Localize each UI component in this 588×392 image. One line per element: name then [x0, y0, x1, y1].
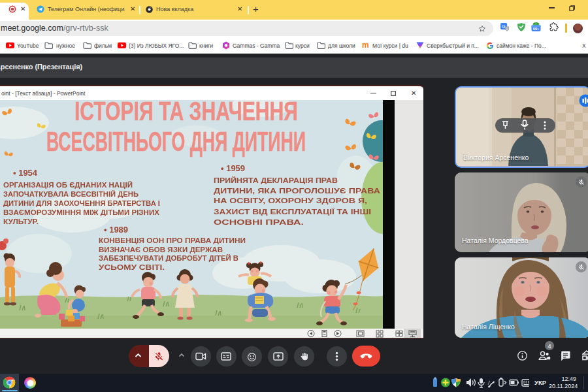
svg-text:• 1954: • 1954	[13, 168, 38, 178]
svg-text:КОНВЕНЦІЯ ООН ПРО ПРАВА ДИТИНИ: КОНВЕНЦІЯ ООН ПРО ПРАВА ДИТИНИ	[99, 237, 246, 244]
svg-text:ЗАПОЧАТКУВАЛА ВСЕСВІТНІЙ ДЕНЬ: ЗАПОЧАТКУВАЛА ВСЕСВІТНІЙ ДЕНЬ	[3, 190, 139, 198]
svg-text:ВСЕСВІТНЬОГО ДНЯ ДИТИНИ: ВСЕСВІТНЬОГО ДНЯ ДИТИНИ	[46, 126, 306, 157]
svg-text:НА ОСВІТУ, ОХОРОНУ ЗДОРОВ Я,: НА ОСВІТУ, ОХОРОНУ ЗДОРОВ Я,	[214, 197, 367, 204]
svg-text:• 1959: • 1959	[221, 163, 245, 173]
svg-text:ДИТИНИ, ЯКА ПРОГОЛОШУЄ ПРАВА: ДИТИНИ, ЯКА ПРОГОЛОШУЄ ПРАВА	[214, 187, 380, 195]
svg-text:ВИЗНАЧАЄ ОБОВ ЯЗКИ ДЕРЖАВ: ВИЗНАЧАЄ ОБОВ ЯЗКИ ДЕРЖАВ	[99, 246, 223, 253]
svg-text:КУЛЬТУР.: КУЛЬТУР.	[3, 218, 39, 225]
svg-text:УСЬОМУ СВІТІ.: УСЬОМУ СВІТІ.	[99, 263, 165, 271]
svg-text:文: 文	[505, 27, 509, 31]
svg-text:ВЗАЄМОРОЗУМІННЯ МІЖ ДІТЬМИ РІЗ: ВЗАЄМОРОЗУМІННЯ МІЖ ДІТЬМИ РІЗНИХ	[3, 208, 159, 216]
svg-text:99+: 99+	[533, 27, 539, 31]
svg-text:ПРИЙНЯТА ДЕКЛАРАЦІЯ ПРАВ: ПРИЙНЯТА ДЕКЛАРАЦІЯ ПРАВ	[214, 176, 338, 184]
svg-text:ЗАХИСТ ВІД ЕКСПЛУАТАЦІЇ ТА ІНШ: ЗАХИСТ ВІД ЕКСПЛУАТАЦІЇ ТА ІНШІ	[214, 208, 371, 216]
svg-text:ОРГАНІЗАЦІЯ ОБ ЄДНАНИХ НАЦІЙ: ОРГАНІЗАЦІЯ ОБ ЄДНАНИХ НАЦІЙ	[3, 181, 133, 189]
svg-text:ДИТИНИ ДЛЯ ЗАОХОЧЕННЯ БРАТЕРСТ: ДИТИНИ ДЛЯ ЗАОХОЧЕННЯ БРАТЕРСТВА І	[3, 199, 160, 207]
svg-text:ОСНОВНІ ПРАВА.: ОСНОВНІ ПРАВА.	[214, 218, 304, 226]
svg-text:• 1989: • 1989	[104, 225, 128, 235]
svg-text:4: 4	[547, 343, 551, 350]
svg-text:ІСТОРІЯ ТА ЗНАЧЕННЯ: ІСТОРІЯ ТА ЗНАЧЕННЯ	[74, 100, 298, 125]
svg-text:ЗАБЕЗПЕЧУВАТИ ДОБРОБУТ ДІТЕЙ В: ЗАБЕЗПЕЧУВАТИ ДОБРОБУТ ДІТЕЙ В	[99, 254, 238, 262]
